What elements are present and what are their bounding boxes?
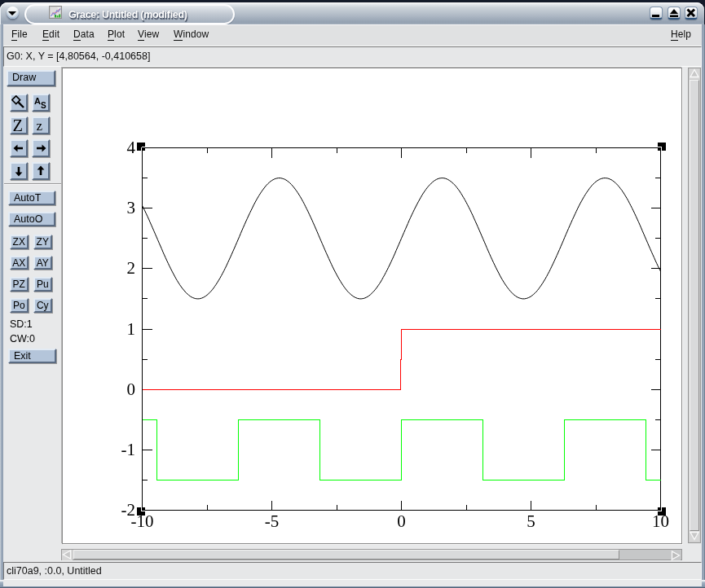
svg-text:S: S xyxy=(41,101,46,110)
svg-text:3: 3 xyxy=(127,198,136,217)
svg-text:4: 4 xyxy=(127,138,136,157)
svg-text:-2: -2 xyxy=(121,500,136,520)
svg-text:-1: -1 xyxy=(121,440,136,459)
svg-text:-5: -5 xyxy=(265,511,280,531)
svg-text:0: 0 xyxy=(397,511,406,531)
svg-text:0: 0 xyxy=(127,380,136,399)
svg-text:5: 5 xyxy=(527,511,535,531)
svg-text:z: z xyxy=(37,118,43,133)
svg-text:2: 2 xyxy=(127,258,136,278)
svg-text:Z: Z xyxy=(12,118,23,133)
svg-text:1: 1 xyxy=(127,319,136,339)
svg-text:A: A xyxy=(34,96,41,106)
